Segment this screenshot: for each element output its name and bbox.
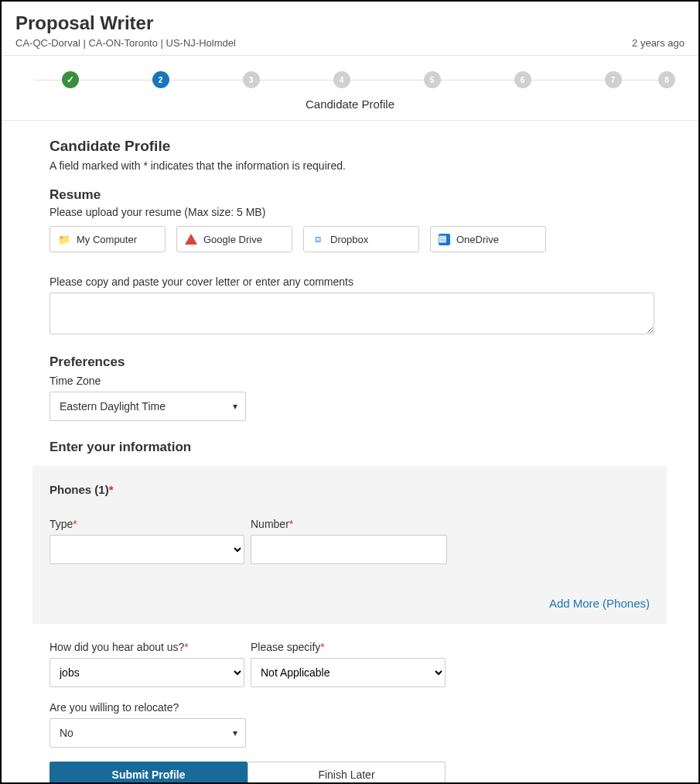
step-8[interactable]: 8 bbox=[658, 71, 675, 88]
hear-about-label: How did you hear about us?* bbox=[50, 641, 244, 653]
job-locations: CA-QC-Dorval | CA-ON-Toronto | US-NJ-Hol… bbox=[15, 37, 685, 49]
phone-number-input[interactable] bbox=[251, 535, 447, 564]
onedrive-icon: ▤ bbox=[439, 234, 450, 245]
specify-label: Please specify* bbox=[251, 641, 446, 653]
section-preferences: Preferences bbox=[50, 354, 660, 370]
google-drive-icon bbox=[185, 234, 197, 245]
specify-select[interactable]: Not Applicable bbox=[251, 658, 446, 687]
phone-type-select[interactable] bbox=[50, 535, 244, 564]
finish-later-button[interactable]: Finish Later bbox=[248, 762, 446, 784]
relocate-select[interactable]: No bbox=[50, 718, 246, 748]
upload-google-drive-button[interactable]: Google Drive bbox=[176, 226, 292, 252]
upload-label: Google Drive bbox=[203, 234, 262, 245]
timezone-label: Time Zone bbox=[50, 375, 660, 387]
folder-icon: 📁 bbox=[58, 234, 70, 245]
required-note: A field marked with * indicates that the… bbox=[50, 159, 660, 172]
upload-label: OneDrive bbox=[456, 234, 499, 245]
upload-my-computer-button[interactable]: 📁 My Computer bbox=[50, 226, 166, 252]
hear-about-select[interactable]: jobs bbox=[50, 658, 244, 687]
cover-letter-label: Please copy and paste your cover letter … bbox=[50, 276, 660, 288]
relocate-value: No bbox=[60, 727, 73, 739]
section-resume: Resume bbox=[50, 187, 660, 203]
current-step-label: Candidate Profile bbox=[25, 98, 675, 111]
timezone-value: Eastern Daylight Time bbox=[60, 400, 166, 413]
upload-onedrive-button[interactable]: ▤ OneDrive bbox=[430, 226, 546, 252]
upload-label: Dropbox bbox=[330, 234, 368, 245]
resume-hint: Please upload your resume (Max size: 5 M… bbox=[50, 206, 660, 218]
phone-number-label: Number* bbox=[251, 518, 447, 530]
relocate-label: Are you willing to relocate? bbox=[50, 701, 246, 714]
job-header: Proposal Writer CA-QC-Dorval | CA-ON-Tor… bbox=[2, 12, 698, 56]
posted-age: 2 years ago bbox=[632, 37, 685, 49]
check-icon bbox=[67, 74, 74, 85]
phones-group: Phones (1)* Type* Number* Add More (Phon… bbox=[32, 466, 667, 624]
phones-heading: Phones (1)* bbox=[50, 483, 650, 496]
cover-letter-textarea[interactable] bbox=[50, 293, 654, 334]
upload-label: My Computer bbox=[77, 234, 137, 245]
progress-stepper: 2 3 4 5 6 7 8 Candidate Profile bbox=[2, 56, 698, 121]
phone-type-label: Type* bbox=[50, 518, 244, 530]
submit-profile-button[interactable]: Submit Profile bbox=[50, 762, 248, 784]
upload-dropbox-button[interactable]: ⧈ Dropbox bbox=[303, 226, 419, 252]
add-more-phones-link[interactable]: Add More (Phones) bbox=[50, 597, 650, 610]
section-candidate-profile: Candidate Profile bbox=[50, 138, 660, 155]
section-enter-info: Enter your information bbox=[50, 440, 660, 455]
dropbox-icon: ⧈ bbox=[312, 234, 324, 245]
job-title: Proposal Writer bbox=[15, 12, 685, 34]
timezone-select[interactable]: Eastern Daylight Time bbox=[50, 392, 246, 421]
